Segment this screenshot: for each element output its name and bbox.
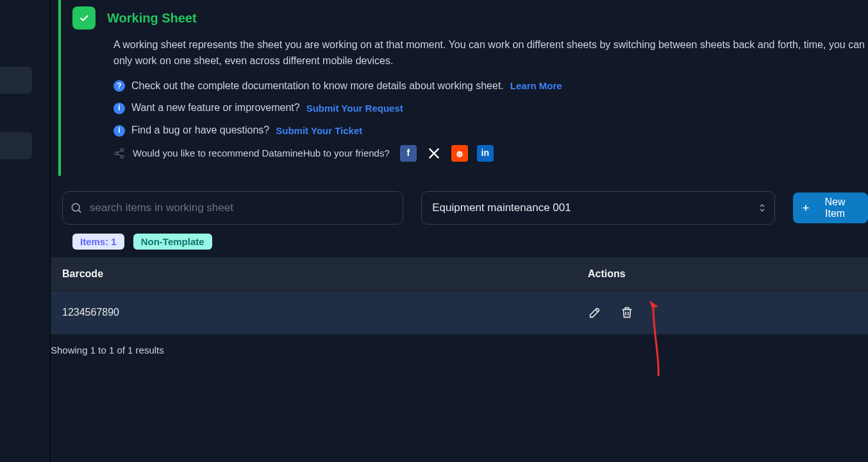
sidebar-item[interactable] (0, 376, 9, 403)
docs-text: Check out the complete documentation to … (131, 78, 504, 94)
barcode-cell: 1234567890 (62, 307, 588, 318)
info-icon: i (113, 125, 125, 137)
table-row: 1234567890 (51, 291, 868, 334)
help-icon: ? (113, 80, 125, 92)
svg-point-5 (460, 153, 462, 155)
card-title: Working Sheet (107, 11, 197, 26)
svg-point-4 (458, 153, 459, 155)
submit-ticket-link[interactable]: Submit Your Ticket (276, 123, 362, 138)
check-icon (72, 6, 96, 30)
sidebar-item[interactable] (0, 132, 32, 159)
sidebar-item[interactable] (0, 67, 32, 94)
col-actions-header: Actions (588, 268, 626, 280)
svg-point-3 (456, 151, 462, 157)
x-twitter-icon[interactable] (426, 145, 442, 162)
toolbar: Equipment maintenance 001 New Item (62, 191, 868, 225)
search-icon (70, 201, 83, 214)
items-badge: Items: 1 (72, 234, 124, 250)
working-sheet-card: Working Sheet A working sheet represents… (58, 0, 866, 176)
chevron-updown-icon (758, 203, 766, 213)
submit-request-link[interactable]: Submit Your Request (306, 101, 403, 116)
badge-row: Items: 1 Non-Template (72, 234, 868, 250)
info-icon: i (113, 103, 125, 114)
plus-icon (801, 203, 811, 213)
reddit-icon[interactable] (451, 145, 468, 162)
sheet-select[interactable]: Equipment maintenance 001 (421, 191, 775, 225)
template-badge: Non-Template (133, 234, 212, 250)
main-content: Working Sheet A working sheet represents… (50, 0, 868, 462)
col-barcode-header: Barcode (62, 268, 588, 280)
sidebar (0, 0, 50, 462)
linkedin-icon[interactable]: in (477, 145, 494, 162)
svg-point-0 (121, 148, 124, 151)
new-item-button[interactable]: New Item (793, 193, 868, 223)
svg-point-1 (115, 152, 118, 155)
share-text: Would you like to recommend DatamineHub … (133, 146, 390, 160)
svg-point-2 (121, 155, 124, 158)
search-input[interactable] (62, 191, 403, 225)
new-item-label: New Item (814, 196, 856, 219)
svg-point-6 (72, 203, 79, 211)
sheet-select-value: Equipment maintenance 001 (432, 201, 571, 214)
bug-text: Find a bug or have questions? (131, 123, 269, 139)
table-header: Barcode Actions (51, 257, 868, 291)
share-icon (113, 148, 125, 159)
items-table: Barcode Actions 1234567890 (51, 257, 868, 334)
card-description: A working sheet represents the sheet you… (113, 37, 866, 69)
pagination-text: Showing 1 to 1 of 1 results (51, 345, 868, 355)
feature-text: Want a new feature or improvement? (131, 100, 300, 116)
learn-more-link[interactable]: Learn More (510, 78, 562, 93)
facebook-icon[interactable]: f (400, 145, 417, 162)
edit-icon[interactable] (588, 305, 602, 320)
trash-icon[interactable] (620, 305, 634, 320)
